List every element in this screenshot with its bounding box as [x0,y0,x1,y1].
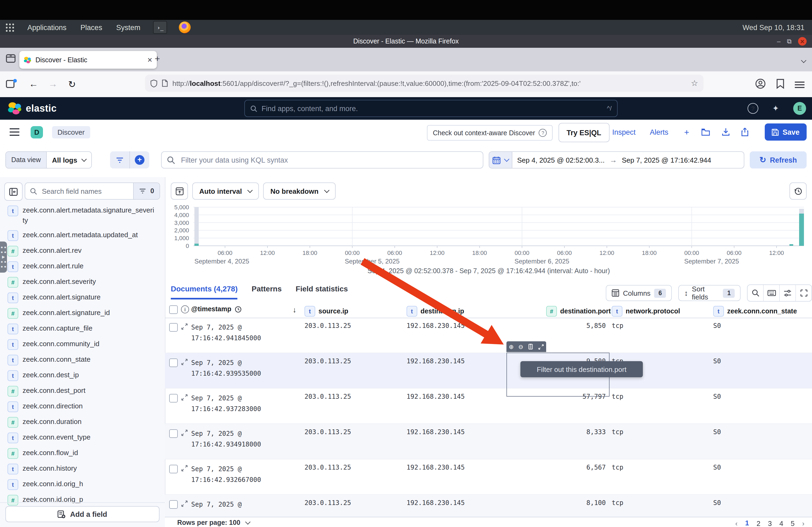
window-titlebar[interactable]: Discover - Elastic — Mozilla Firefox [0,35,812,48]
field-list-item[interactable]: t zeek.conn.direction [0,399,165,414]
cell-timestamp[interactable]: Sep 7, 2025 @17:16:42.939535000 [191,358,261,379]
download-icon[interactable] [722,128,730,136]
page-number[interactable]: 3 [768,520,772,527]
new-tab-button[interactable]: + [155,54,160,64]
cell-timestamp[interactable]: Sep 7, 2025 @17:16:42.941845000 [191,322,261,344]
cell-conn-state[interactable]: S0 [713,464,721,471]
restore-button[interactable]: ⧉ [787,37,792,45]
cell-destination-ip[interactable]: 192.168.230.145 [407,499,465,507]
shield-icon[interactable] [150,79,157,87]
hide-chart-button[interactable] [171,182,188,200]
field-search-input[interactable] [41,186,133,196]
page-number[interactable]: 5 [791,520,795,527]
tab-patterns[interactable]: Patterns [251,284,282,298]
collapsed-panel-handle[interactable]: ● ●● ●▶● ●● ● [0,241,7,273]
calendar-icon[interactable] [489,151,512,168]
close-button[interactable]: ✕ [798,37,807,46]
copy-icon[interactable] [528,344,533,350]
rows-per-page[interactable]: Rows per page: 100 [177,519,250,526]
new-session-button[interactable]: + [684,128,689,137]
list-tabs-icon[interactable] [799,55,806,64]
column-source-ip[interactable]: tsource.ip [305,305,348,317]
cell-destination-ip[interactable]: 192.168.230.145 [407,464,465,471]
expand-row-icon[interactable] [181,359,188,365]
cell-conn-state[interactable]: S0 [713,393,721,400]
breakdown-dropdown[interactable]: No breakdown [263,182,336,200]
table-row[interactable]: Sep 7, 2025 @17:16:42.939535000 203.0.11… [165,353,812,389]
cell-source-ip[interactable]: 203.0.113.25 [305,499,351,507]
bookmark-star-icon[interactable]: ☆ [691,78,698,88]
display-options-button[interactable] [779,285,795,301]
cell-timestamp[interactable]: Sep 7, 2025 @17:16:42.932667000 [191,464,261,485]
expand-row-icon[interactable] [181,394,188,401]
column-network-protocol[interactable]: tnetwork.protocol [612,305,680,317]
open-folder-icon[interactable] [701,128,710,136]
page-number[interactable]: 1 [745,519,749,527]
breadcrumb[interactable]: Discover [52,126,90,138]
field-list-item[interactable]: # zeek.conn.alert.rev [0,243,165,259]
row-checkbox[interactable] [169,323,178,332]
share-icon[interactable] [741,128,749,136]
collapse-sidebar-button[interactable] [4,182,23,201]
tab-field-statistics[interactable]: Field statistics [296,284,348,298]
date-from[interactable]: Sep 4, 2025 @ 02:52:00.3... [512,156,610,164]
page-number[interactable]: 4 [779,520,783,527]
table-row[interactable]: Sep 7, 2025 @17:16:42.932667000 203.0.11… [165,460,812,495]
expand-row-icon[interactable] [181,465,188,472]
context-aware-banner[interactable]: Check out context-aware Discover ? [427,125,553,140]
tab-close-icon[interactable]: ✕ [147,56,153,64]
page-number[interactable]: 2 [756,520,760,527]
field-list-item[interactable]: t zeek.conn.community_id [0,336,165,352]
field-search[interactable]: 0 [25,182,160,200]
data-view-value[interactable]: All logs [47,151,91,168]
data-view-picker[interactable]: Data view All logs [5,151,92,168]
cell-timestamp[interactable]: Sep 7, 2025 @17:16:42.934918000 [191,428,261,450]
kql-search-bar[interactable] [161,151,483,168]
menu-hamburger-icon[interactable] [795,81,804,82]
chart-options-button[interactable] [789,182,807,200]
row-checkbox[interactable] [169,500,178,509]
keyboard-shortcuts-button[interactable] [764,285,780,301]
url-text[interactable]: http://localhost:5601/app/discover#/?_g=… [172,79,686,87]
expand-row-icon[interactable] [181,500,188,507]
interval-dropdown[interactable]: Auto interval [192,182,259,200]
cell-destination-ip[interactable]: 192.168.230.145 [407,428,465,436]
cell-source-ip[interactable]: 203.0.113.25 [305,428,351,436]
field-list-item[interactable]: t zeek.conn.history [0,461,165,477]
table-row[interactable]: Sep 7, 2025 @17:16:42.934918000 203.0.11… [165,424,812,460]
cell-destination-ip[interactable]: 192.168.230.145 [407,322,465,330]
expand-row-icon[interactable] [181,429,188,436]
field-list-item[interactable]: t zeek.conn.alert.rule [0,259,165,274]
cell-timestamp[interactable]: Sep 7, 2025 @17:16:42.937283000 [191,393,261,414]
prev-page-button[interactable]: ‹ [735,520,738,527]
column-conn-state[interactable]: tzeek.conn.conn_state [713,305,797,317]
page-info-icon[interactable] [162,79,168,87]
field-list-item[interactable]: t zeek.conn.alert.signature [0,290,165,305]
expand-cell-icon[interactable] [538,344,544,350]
column-destination-ip[interactable]: tdestination.ip [407,305,464,317]
nav-menu-icon[interactable] [10,128,19,129]
select-all-checkbox[interactable] [169,305,178,314]
elastic-brand[interactable]: elastic [8,102,57,115]
field-list-item[interactable]: t zeek.conn.capture_file [0,321,165,336]
ai-assistant-icon[interactable]: ✦ [772,104,779,113]
kql-input[interactable] [180,155,477,165]
expand-row-icon[interactable] [181,323,188,330]
tab-documents[interactable]: Documents (4,278) [171,284,238,299]
info-icon[interactable]: ? [539,129,547,137]
terminal-launcher-icon[interactable]: ›_ [153,21,167,34]
add-filter-button[interactable]: + [129,151,149,168]
next-page-button[interactable]: › [802,520,804,527]
cell-network-protocol[interactable]: tcp [612,464,623,471]
cell-conn-state[interactable]: S0 [713,428,721,436]
cell-source-ip[interactable]: 203.0.113.25 [305,393,351,400]
refresh-button[interactable]: ↻ Refresh [750,151,807,168]
table-row[interactable]: Sep 7, 2025 @17:16:42.937283000 203.0.11… [165,389,812,424]
global-search-input[interactable]: Find apps, content, and more. ^/ [244,100,618,117]
sort-fields-button[interactable]: ↕ Sort fields 1 [679,285,741,301]
cell-timestamp[interactable]: Sep 7, 2025 @ [191,499,242,510]
date-to[interactable]: Sep 7, 2025 @ 17:16:42.944 [617,156,716,164]
row-checkbox[interactable] [169,394,178,403]
sort-desc-icon[interactable]: ↓ [293,305,296,314]
table-row[interactable]: Sep 7, 2025 @17:16:42.941845000 203.0.11… [165,318,812,353]
